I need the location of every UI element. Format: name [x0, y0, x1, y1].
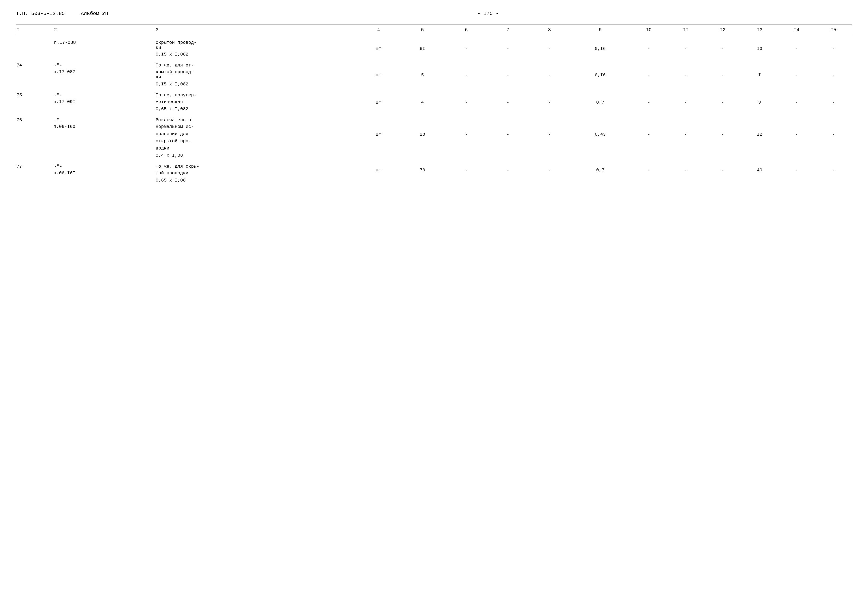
row-desc: То же, для скры- [155, 159, 358, 170]
album-label: Альбом УП [81, 11, 108, 17]
table-row: п.I7-088 скрытой провод-ки шт 8I - - - 0… [16, 35, 852, 51]
row-col15: - [815, 35, 852, 58]
row-desc-sub2: нормальном ис- [155, 123, 358, 130]
row-ref-line1: -"- [53, 58, 154, 68]
row-empty-cols [358, 152, 852, 159]
row-desc-sub: крытой провод-ки [155, 68, 358, 81]
col-header-1: I [16, 25, 53, 35]
row-col11: - [667, 159, 704, 177]
row-ref-line1: -"- [53, 113, 154, 123]
row-col10: - [630, 35, 667, 58]
row-col13: 49 [741, 159, 778, 177]
row-col7: - [487, 35, 529, 58]
row-empty-cols-77 [358, 177, 852, 184]
row-col15: - [815, 113, 852, 152]
row-ref-empty2 [53, 137, 154, 144]
row-unit: шт [358, 159, 399, 177]
col-header-5: 5 [399, 25, 445, 35]
row-dims77: 0,65 x I,08 [155, 177, 358, 184]
row-unit: шт [358, 88, 399, 113]
row-ref-line2: п.06-I60 [53, 123, 154, 130]
row-desc-sub5: водки [155, 144, 358, 152]
row-col14: - [778, 113, 815, 152]
col-header-12: I2 [704, 25, 741, 35]
row-col13: 3 [741, 88, 778, 113]
row-col9: 0,43 [570, 113, 630, 152]
row-desc-sub: метическая [155, 98, 358, 105]
row-ref-empty3 [53, 144, 154, 152]
col-header-8: 8 [529, 25, 571, 35]
row-ref-line2-77: п.06-I6I [53, 170, 154, 177]
row-col11: - [667, 35, 704, 58]
row-col8: - [529, 159, 571, 177]
row-col11: - [667, 58, 704, 88]
row-desc: То же, полугер- [155, 88, 358, 98]
row-col10: - [630, 88, 667, 113]
row-col15: - [815, 88, 852, 113]
row-desc-sub: 0,I5 x I,082 [155, 51, 358, 58]
row-col12: - [704, 58, 741, 88]
row-ref: п.I7-088 [53, 35, 154, 51]
col-header-15: I5 [815, 25, 852, 35]
row-num: 75 [16, 88, 53, 113]
row-col9: 0,7 [570, 88, 630, 113]
row-desc-sub3: полнении для [155, 130, 358, 137]
row-ref-line2: п.I7-09I [53, 98, 154, 105]
row-col8: - [529, 58, 571, 88]
row-col7: - [487, 159, 529, 177]
row-num-empty [16, 152, 53, 159]
row-col8: - [529, 113, 571, 152]
row-ref-empty [53, 81, 154, 88]
row-desc: Выключатель в [155, 113, 358, 123]
col-header-13: I3 [741, 25, 778, 35]
doc-code: Т.П. 503-5-I2.85 [16, 11, 65, 17]
col-header-6: 6 [445, 25, 487, 35]
row-col11: - [667, 88, 704, 113]
row-col9: 0,I6 [570, 35, 630, 58]
row-ref-sub [53, 51, 154, 58]
row-col8: - [529, 35, 571, 58]
row-ref-empty [53, 130, 154, 137]
row-ref-empty4 [53, 152, 154, 159]
row-desc: То же, для от- [155, 58, 358, 68]
row-col6: - [445, 113, 487, 152]
main-table: I 2 3 4 5 6 7 8 9 IO II I2 I3 I4 I5 п.I7… [16, 24, 852, 184]
row-desc-sub4: открытой про- [155, 137, 358, 144]
col-header-11: II [667, 25, 704, 35]
page-number: - I75 - [477, 11, 499, 17]
row-col14: - [778, 58, 815, 88]
table-row-dims77: 0,65 x I,08 [16, 177, 852, 184]
row-col12: - [704, 113, 741, 152]
row-col6: - [445, 159, 487, 177]
table-header-row: I 2 3 4 5 6 7 8 9 IO II I2 I3 I4 I5 [16, 25, 852, 35]
table-row: 74 -"- То же, для от- шт 5 - - - 0,I6 - … [16, 58, 852, 68]
row-col14: - [778, 88, 815, 113]
row-ref-empty-77 [53, 177, 154, 184]
row-col13: I3 [741, 35, 778, 58]
row-col7: - [487, 113, 529, 152]
col-header-4: 4 [358, 25, 399, 35]
row-col9: 0,7 [570, 159, 630, 177]
table-row: 77 -"- То же, для скры- шт 70 - - - 0,7 … [16, 159, 852, 170]
row-col10: - [630, 58, 667, 88]
row-col12: - [704, 159, 741, 177]
col-header-14: I4 [778, 25, 815, 35]
row-col15: - [815, 58, 852, 88]
row-col5: 5 [399, 58, 445, 88]
page-header: Т.П. 503-5-I2.85 Альбом УП - I75 - [16, 11, 852, 17]
row-dims: 0,65 x I,082 [155, 105, 358, 113]
table-row-dims76: 0,4 x I,08 [16, 152, 852, 159]
row-col15: - [815, 159, 852, 177]
row-unit: шт [358, 58, 399, 88]
row-ref-line2: п.I7-087 [53, 68, 154, 81]
row-ref-line1: -"- [53, 159, 154, 170]
row-col9: 0,I6 [570, 58, 630, 88]
col-header-7: 7 [487, 25, 529, 35]
row-unit: шт [358, 35, 399, 58]
row-ref-line1: -"- [53, 88, 154, 98]
row-col6: - [445, 88, 487, 113]
row-col13: I2 [741, 113, 778, 152]
row-ref-empty [53, 105, 154, 113]
row-col14: - [778, 159, 815, 177]
row-col10: - [630, 113, 667, 152]
